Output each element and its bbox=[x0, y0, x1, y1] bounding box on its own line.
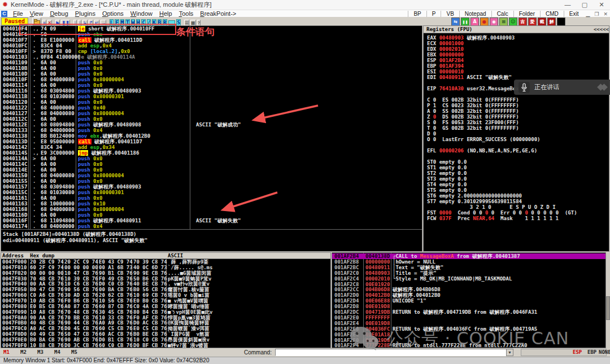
disasm-row[interactable]: 00401142.83C4 34add esp,0x34 bbox=[1, 144, 422, 150]
register-row[interactable]: EAX 00480903 破解程序.00480903 bbox=[427, 35, 515, 41]
plugin-icon-6[interactable]: ☺ bbox=[509, 17, 517, 26]
maximize-button[interactable]: ▢ bbox=[576, 0, 593, 10]
disasm-row[interactable]: 00401138.BB B0124000mov ebx,破解程序.004012B… bbox=[1, 133, 422, 139]
disasm-row[interactable]: 00401120.6A 00push 0x0 bbox=[1, 99, 422, 105]
register-row[interactable]: T 0 GS 002B 32bit 0(FFFFFFFF) bbox=[427, 125, 519, 131]
register-row[interactable]: ST2 empty 0.0 bbox=[427, 170, 467, 176]
menu-button-bp[interactable]: BP bbox=[408, 11, 426, 17]
mdi-minimize-icon[interactable]: ▁ bbox=[583, 11, 592, 17]
register-row[interactable]: FST 0000 Cond 0 0 0 0 Err 0 0 0 0 0 0 0 … bbox=[427, 210, 577, 216]
stack-row[interactable]: 001AF2CC004B06D8破解程序.004B06D8 bbox=[332, 287, 605, 292]
register-row[interactable]: Z 0 DS 002B 32bit 0(FFFFFFFF) bbox=[427, 114, 519, 120]
disasm-row[interactable]: 00401157.68 03094800push 破解程序.00480903 bbox=[1, 184, 422, 190]
mdi-close-icon[interactable]: ✕ bbox=[601, 11, 610, 17]
register-row[interactable]: ESI 00000010 bbox=[427, 69, 464, 74]
register-row[interactable]: A 0 SS 002B 32bit 0(FFFFFFFF) bbox=[427, 108, 519, 114]
stack-row[interactable]: 001AF2E0FFFFFFFF bbox=[332, 315, 605, 321]
register-row[interactable]: EIP 76410A30 user32.MessageBoxA bbox=[427, 86, 522, 91]
register-row[interactable]: P 1 CS 0023 32bit 0(FFFFFFFF) bbox=[427, 103, 519, 108]
register-row[interactable]: ESP 001AF2B4 bbox=[427, 58, 464, 63]
register-row[interactable]: ST1 empty 0.0 bbox=[427, 165, 467, 170]
microphone-icon[interactable] bbox=[518, 82, 530, 93]
registers-pane[interactable]: Registers (FPU) <<<<< EAX 00480903 破解程序.… bbox=[423, 25, 609, 252]
disasm-row[interactable]: 0040114A>6A 00push 0x0 bbox=[1, 156, 422, 161]
disasm-row[interactable]: 00401161.6A 00push 0x0 bbox=[1, 195, 422, 201]
plugin-icon-7[interactable]: 吉 bbox=[518, 17, 527, 26]
register-row[interactable]: 3 2 1 0 E S P U O Z D I bbox=[427, 204, 556, 210]
disasm-row[interactable]: 0040116F.68 11094800push 破解程序.00480911AS… bbox=[1, 218, 422, 223]
disasm-row[interactable]: 00401127.68 04000080push 0x80000004 bbox=[1, 111, 422, 116]
stack-row[interactable]: 001AF2D0004012B0破解程序.004012B0 bbox=[332, 292, 605, 298]
register-row[interactable]: D 0 bbox=[427, 131, 436, 137]
plugin-icon-10[interactable]: 解 bbox=[547, 17, 556, 26]
memory-tab-m1[interactable]: M1 bbox=[3, 349, 10, 355]
stack-row[interactable]: 001AF2DC004719DBRETURN to 破解程序.004719DB … bbox=[332, 309, 605, 315]
disasm-row[interactable]: 0040110D.6A 00push 0x0 bbox=[1, 71, 422, 77]
disasm-row[interactable]: 0040110F.68 04000080push 0x80000004 bbox=[1, 77, 422, 82]
disasm-row[interactable]: 00401122.68 40000000push 0x40 bbox=[1, 105, 422, 111]
memory-tab-m5[interactable]: M5 bbox=[71, 349, 77, 355]
register-row[interactable]: EFL 00000206 (NO,NB,NE,A,NS,PE,GE,G) bbox=[427, 148, 537, 154]
menu-button-folder[interactable]: Folder bbox=[513, 11, 540, 17]
register-row[interactable]: ST0 empty 0.0 bbox=[427, 159, 467, 165]
register-row[interactable]: EBP 001AF394 bbox=[427, 63, 464, 69]
plugin-icon-1[interactable]: ❚❚ bbox=[461, 17, 469, 26]
memory-tab-m3[interactable]: M3 bbox=[37, 349, 43, 355]
register-row[interactable]: C 0 ES 002B 32bit 0(FFFFFFFF) bbox=[427, 97, 519, 103]
disasm-row[interactable]: 00401168.68 04000080push 0x80000004 bbox=[1, 207, 422, 212]
disasm-row[interactable]: 00401133.68 04000000push 0x4 bbox=[1, 128, 422, 133]
disasm-row[interactable]: 0040110B.6A 00push 0x0 bbox=[1, 65, 422, 71]
stack-scrollbar-thumb[interactable] bbox=[606, 296, 610, 320]
disasm-row[interactable]: 00401163.68 10000000push 0x10 bbox=[1, 201, 422, 207]
disasm-row[interactable]: 0040113D.E8 95000000call 破解程序.004011D7 bbox=[1, 139, 422, 144]
register-row[interactable]: O 0 LastErr ERROR_SUCCESS (00000000) bbox=[427, 137, 540, 142]
disasm-row[interactable]: 0040116D.6A 00push 0x0 bbox=[1, 212, 422, 218]
stack-row[interactable]: 001AF2B40040138D┌CALL to MessageBoxA fro… bbox=[332, 253, 605, 259]
plugin-icon-5[interactable]: ⊞ bbox=[499, 17, 508, 26]
stack-row[interactable]: 001AF2C400002010└Style = MB_OK|MB_ICONHA… bbox=[332, 276, 605, 282]
plugin-icon-11[interactable] bbox=[557, 17, 565, 26]
disasm-row[interactable]: 00401103.,0F84 41000000je 破解程序.0040114A bbox=[1, 54, 422, 60]
menu-button-notepad[interactable]: Notepad bbox=[459, 11, 491, 17]
disasm-row[interactable]: 00401174.68 04000000push 0x4 bbox=[1, 223, 422, 229]
menu-item-breakpoint[interactable]: BreakPoint-> bbox=[197, 10, 239, 17]
register-row[interactable]: ECX 00001000 bbox=[427, 41, 464, 46]
close-button[interactable]: ✕ bbox=[593, 0, 610, 10]
register-row[interactable]: EDX 00002010 bbox=[427, 46, 464, 52]
disasm-row[interactable]: 0040114C.6A 00push 0x0 bbox=[1, 161, 422, 167]
stack-row[interactable]: 001AF2D800E019D8 bbox=[332, 304, 605, 309]
disasm-row[interactable]: 004010FC.83C4 04add esp,0x4 bbox=[1, 43, 422, 49]
menu-button-calc[interactable]: Calc bbox=[491, 11, 513, 17]
memory-tab-m4[interactable]: M4 bbox=[54, 349, 60, 355]
menu-item-file[interactable]: File bbox=[10, 10, 27, 17]
disasm-row[interactable]: 00401116.68 03094800push 破解程序.00480903 bbox=[1, 88, 422, 94]
disasm-row[interactable]: 00401145.,E9 3C000000jmp 破解程序.00401186 bbox=[1, 150, 422, 156]
memory-tab-m2[interactable]: M2 bbox=[20, 349, 27, 355]
stack-row[interactable]: 001AF2C800E01920 bbox=[332, 282, 605, 287]
disasm-row[interactable]: 0040114E.6A 00push 0x0 bbox=[1, 167, 422, 173]
register-row[interactable]: S 0 FS 0053 32bit 23F000(FFF) bbox=[427, 120, 519, 125]
disasm-row[interactable]: 00401155.6A 00push 0x0 bbox=[1, 178, 422, 184]
register-row[interactable]: ST5 empty 0.0 bbox=[427, 187, 467, 193]
plugin-icon-8[interactable]: 爱 bbox=[528, 17, 537, 26]
menu-button-vb[interactable]: VB bbox=[441, 11, 459, 17]
plugin-icon-2[interactable]: A bbox=[470, 17, 479, 26]
disassembly-pane[interactable]: 004010F4.,74 09je short 破解程序.004010FF004… bbox=[1, 25, 422, 252]
register-row[interactable]: EBX 00000000 bbox=[427, 52, 464, 58]
plugin-icon-0[interactable]: ⇆ bbox=[451, 17, 460, 26]
stack-row[interactable]: 001AF2B800000000│hOwner = NULL bbox=[332, 259, 605, 265]
plugin-icon-3[interactable]: ● bbox=[480, 17, 489, 26]
memory-dump-pane[interactable]: Address Hex dump ASCII 0047F00020 2B C9 … bbox=[1, 252, 331, 348]
stack-row[interactable]: 001AF2BC00480911│Text = "破解失败" bbox=[332, 265, 605, 270]
menu-button-exit[interactable]: Exit bbox=[564, 11, 584, 17]
menu-button-p[interactable]: P bbox=[426, 11, 441, 17]
minimize-button[interactable]: — bbox=[559, 0, 576, 10]
register-row[interactable]: ST6 empty 2.0000000000000000000 bbox=[427, 193, 522, 199]
stack-row[interactable]: 001AF2C000480903│Title = "提示" bbox=[332, 270, 605, 276]
stack-row[interactable]: 001AF2D400E06E88UNICODE "1" bbox=[332, 298, 605, 304]
register-row[interactable]: FCW 037F Prec NEAR,64 Mask 1 1 1 1 1 1 bbox=[427, 216, 559, 221]
menu-button-cmd[interactable]: CMD bbox=[540, 11, 564, 17]
disasm-row[interactable]: 004010FF>837D F8 00cmp [local.2],0x0 bbox=[1, 49, 422, 54]
plugin-icon-9[interactable]: 截 bbox=[538, 17, 546, 26]
register-row[interactable]: ST4 empty 0.0 bbox=[427, 182, 467, 187]
